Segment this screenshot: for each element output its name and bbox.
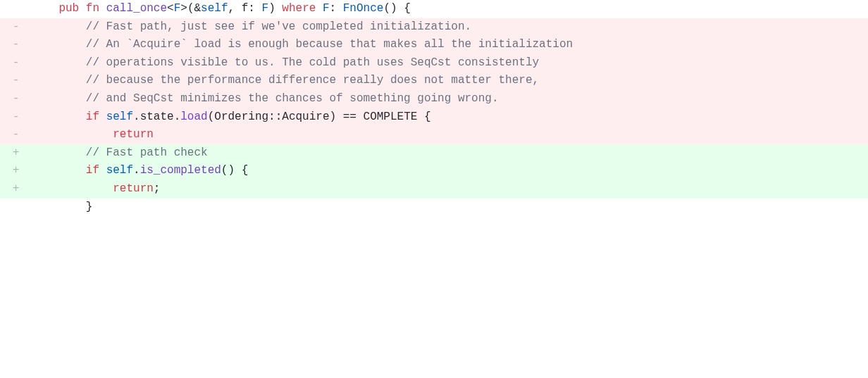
code-content[interactable]: if self.state.load(Ordering::Acquire) ==… xyxy=(32,108,868,127)
diff-line[interactable]: - // An `Acquire` load is enough because… xyxy=(0,36,868,54)
diff-marker: - xyxy=(0,126,32,144)
code-token: // operations visible to us. The cold pa… xyxy=(86,56,539,69)
diff-line[interactable]: - if self.state.load(Ordering::Acquire) … xyxy=(0,108,868,127)
diff-marker xyxy=(0,0,32,18)
code-content[interactable]: return; xyxy=(32,180,868,199)
diff-marker: + xyxy=(0,144,32,163)
code-content[interactable]: if self.is_completed() { xyxy=(32,162,868,180)
code-token: , f: xyxy=(228,2,262,15)
diff-marker: - xyxy=(0,108,32,127)
code-content[interactable]: // because the performance difference re… xyxy=(32,72,868,90)
diff-body: pub fn call_once<F>(&self, f: F) where F… xyxy=(0,0,868,216)
code-token: FnOnce xyxy=(343,2,384,15)
code-content[interactable]: return xyxy=(32,126,868,144)
code-token: () { xyxy=(383,2,410,15)
code-token: ( xyxy=(208,111,215,123)
code-content[interactable]: // operations visible to us. The cold pa… xyxy=(32,54,868,73)
code-token: :: xyxy=(268,111,282,123)
code-token: // An `Acquire` load is enough because t… xyxy=(86,38,573,51)
code-token: F xyxy=(262,2,269,15)
diff-marker xyxy=(0,199,32,217)
code-token: Ordering xyxy=(214,111,268,123)
diff-line[interactable]: - // because the performance difference … xyxy=(0,72,868,90)
diff-line[interactable]: + if self.is_completed() { xyxy=(0,162,868,180)
code-token: F xyxy=(323,2,330,15)
code-content[interactable]: // and SeqCst minimizes the chances of s… xyxy=(32,90,868,108)
code-token: call_once xyxy=(106,2,167,15)
diff-line[interactable]: - return xyxy=(0,126,868,144)
code-token xyxy=(316,2,323,15)
code-token: >(& xyxy=(180,2,201,15)
code-token: self xyxy=(106,164,133,177)
diff-marker: + xyxy=(0,180,32,199)
diff-line[interactable]: - // Fast path, just see if we've comple… xyxy=(0,18,868,37)
diff-marker: - xyxy=(0,36,32,54)
code-token: < xyxy=(167,2,174,15)
code-token: Acquire xyxy=(282,111,329,123)
code-token: self xyxy=(106,111,133,123)
code-token: () { xyxy=(221,164,248,177)
code-token xyxy=(99,164,106,177)
code-token: // Fast path, just see if we've complete… xyxy=(86,20,471,33)
diff-marker: - xyxy=(0,90,32,108)
code-token: self xyxy=(201,2,228,15)
code-token xyxy=(99,2,106,15)
code-content[interactable]: pub fn call_once<F>(&self, f: F) where F… xyxy=(32,0,868,18)
diff-marker: - xyxy=(0,18,32,37)
code-content[interactable]: // Fast path, just see if we've complete… xyxy=(32,18,868,37)
code-token: ) xyxy=(268,2,282,15)
code-content[interactable]: } xyxy=(32,199,868,217)
code-token: return xyxy=(113,128,154,141)
diff-line[interactable]: - // operations visible to us. The cold … xyxy=(0,54,868,73)
code-token xyxy=(99,111,106,123)
code-token: // and SeqCst minimizes the chances of s… xyxy=(86,92,499,105)
code-token: { xyxy=(417,111,430,123)
diff-table: pub fn call_once<F>(&self, f: F) where F… xyxy=(0,0,868,216)
code-content[interactable]: // Fast path check xyxy=(32,144,868,163)
code-content[interactable]: // An `Acquire` load is enough because t… xyxy=(32,36,868,54)
code-token: if xyxy=(86,111,99,123)
code-token: fn xyxy=(86,2,99,15)
diff-marker: - xyxy=(0,54,32,73)
diff-line[interactable]: - // and SeqCst minimizes the chances of… xyxy=(0,90,868,108)
diff-line[interactable]: + return; xyxy=(0,180,868,199)
code-token: . xyxy=(133,111,140,123)
code-token: ; xyxy=(154,182,161,195)
code-token: . xyxy=(133,164,140,177)
code-token: pub xyxy=(58,2,79,15)
code-token: return xyxy=(113,182,154,195)
code-token: // Fast path check xyxy=(86,146,208,159)
code-token: ) == xyxy=(330,111,364,123)
diff-line[interactable]: pub fn call_once<F>(&self, f: F) where F… xyxy=(0,0,868,18)
code-token: : xyxy=(330,2,343,15)
code-token: // because the performance difference re… xyxy=(86,74,539,87)
code-token xyxy=(79,2,86,15)
diff-marker: - xyxy=(0,72,32,90)
diff-marker: + xyxy=(0,162,32,180)
code-token: where xyxy=(282,2,316,15)
code-token: F xyxy=(174,2,181,15)
code-token: load xyxy=(180,111,207,123)
code-token: . xyxy=(174,111,181,123)
diff-line[interactable]: } xyxy=(0,199,868,217)
code-token: } xyxy=(86,201,93,213)
code-token: COMPLETE xyxy=(364,111,418,123)
code-token: state xyxy=(140,111,174,123)
diff-line[interactable]: + // Fast path check xyxy=(0,144,868,163)
code-token: is_completed xyxy=(140,164,221,177)
code-token: if xyxy=(86,164,99,177)
